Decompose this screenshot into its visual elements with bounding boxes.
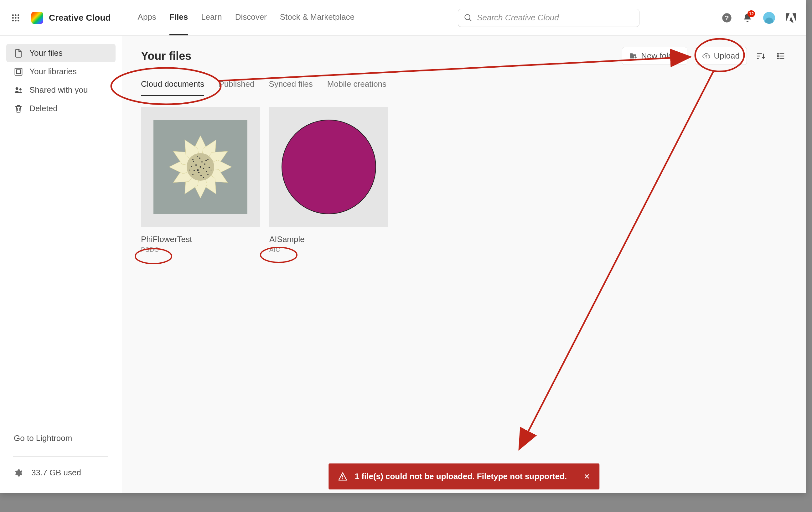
storage-used-text: 33.7 GB used — [31, 468, 81, 478]
app-switcher-icon[interactable] — [9, 11, 22, 24]
sidebar-item-your-files[interactable]: Your files — [6, 44, 116, 62]
svg-point-55 — [342, 478, 343, 479]
sidebar-item-deleted[interactable]: Deleted — [0, 99, 122, 118]
tab-synced-files[interactable]: Synced files — [269, 79, 313, 96]
svg-point-31 — [203, 168, 204, 169]
page-header: Your files New folder Upload — [141, 47, 787, 65]
svg-point-51 — [203, 177, 204, 178]
search-bar[interactable] — [458, 9, 639, 27]
notification-count-badge: 12 — [748, 10, 755, 17]
sidebar: Your files Your libraries Shared with yo… — [0, 36, 122, 493]
svg-point-0 — [12, 14, 14, 16]
file-type: PSDC — [141, 246, 260, 253]
svg-point-49 — [210, 169, 211, 170]
new-folder-label: New folder — [641, 51, 680, 61]
tab-cloud-documents[interactable]: Cloud documents — [141, 79, 204, 96]
new-folder-icon — [629, 52, 637, 60]
file-name: PhiFlowerTest — [141, 234, 260, 244]
svg-rect-27 — [779, 55, 784, 56]
error-toast-close[interactable]: ✕ — [584, 472, 590, 481]
creative-cloud-logo-icon[interactable] — [31, 12, 43, 24]
libraries-icon — [14, 67, 23, 77]
sidebar-item-your-libraries[interactable]: Your libraries — [0, 62, 122, 81]
tab-mobile-creations[interactable]: Mobile creations — [327, 79, 386, 96]
sidebar-item-shared[interactable]: Shared with you — [0, 81, 122, 99]
svg-point-30 — [200, 166, 201, 168]
svg-point-8 — [18, 20, 19, 21]
svg-rect-25 — [777, 58, 779, 59]
svg-text:?: ? — [725, 15, 729, 22]
search-input[interactable] — [477, 13, 634, 23]
file-icon — [14, 49, 23, 58]
svg-point-1 — [15, 14, 16, 16]
tab-published[interactable]: Published — [219, 79, 254, 96]
app-header: Creative Cloud Apps Files Learn Discover… — [0, 0, 806, 36]
gear-icon[interactable] — [13, 468, 23, 478]
page-toolbar: New folder Upload — [622, 47, 787, 65]
svg-point-6 — [12, 20, 14, 21]
sidebar-item-label: Shared with you — [29, 85, 88, 95]
top-nav-apps[interactable]: Apps — [138, 0, 156, 35]
trash-icon — [14, 104, 23, 113]
brand-name: Creative Cloud — [49, 13, 111, 23]
svg-point-48 — [192, 159, 194, 160]
svg-point-52 — [197, 155, 198, 157]
top-nav-files[interactable]: Files — [169, 0, 188, 35]
svg-point-32 — [197, 169, 199, 171]
file-card[interactable]: AISample AIC — [269, 107, 388, 253]
error-toast-message: 1 file(s) could not be uploaded. Filetyp… — [355, 472, 567, 481]
svg-rect-26 — [779, 53, 784, 54]
search-icon — [464, 13, 472, 22]
shared-icon — [14, 85, 23, 95]
top-nav-learn[interactable]: Learn — [201, 0, 222, 35]
error-toast: 1 file(s) could not be uploaded. Filetyp… — [328, 463, 599, 489]
svg-point-42 — [191, 166, 192, 167]
file-name: AISample — [269, 234, 388, 244]
file-type: AIC — [269, 246, 388, 253]
file-thumbnail — [141, 107, 260, 227]
svg-point-46 — [192, 174, 194, 175]
sidebar-item-label: Your libraries — [29, 67, 77, 77]
list-view-icon — [776, 51, 785, 61]
file-card[interactable]: PhiFlowerTest PSDC — [141, 107, 260, 253]
file-tabs: Cloud documents Published Synced files M… — [141, 79, 787, 96]
top-nav-discover[interactable]: Discover — [235, 0, 267, 35]
storage-indicator: 33.7 GB used — [13, 456, 108, 478]
upload-button[interactable]: Upload — [695, 47, 747, 65]
go-to-lightroom-link[interactable]: Go to Lightroom — [14, 433, 108, 443]
svg-point-4 — [15, 17, 16, 19]
svg-point-15 — [16, 87, 19, 90]
svg-point-2 — [18, 14, 19, 16]
help-icon[interactable]: ? — [722, 13, 732, 23]
svg-point-36 — [198, 172, 200, 173]
sort-button[interactable] — [754, 50, 767, 62]
sort-icon — [756, 51, 765, 61]
new-folder-button[interactable]: New folder — [622, 47, 687, 65]
warning-icon — [338, 472, 347, 481]
upload-cloud-icon — [702, 52, 710, 60]
files-grid: PhiFlowerTest PSDC AISample AIC — [141, 107, 787, 253]
sidebar-footer: Go to Lightroom 33.7 GB used — [0, 424, 122, 493]
file-thumbnail — [269, 107, 388, 227]
user-avatar[interactable] — [763, 12, 775, 24]
svg-point-9 — [465, 15, 470, 20]
notifications-button[interactable]: 12 — [743, 13, 753, 23]
top-nav-stock[interactable]: Stock & Marketplace — [280, 0, 354, 35]
svg-point-47 — [207, 159, 208, 160]
svg-rect-14 — [17, 69, 21, 74]
view-toggle-button[interactable] — [775, 50, 787, 62]
svg-point-40 — [193, 161, 194, 162]
upload-label: Upload — [714, 51, 740, 61]
sidebar-item-label: Deleted — [29, 104, 58, 113]
adobe-logo-icon[interactable] — [786, 13, 796, 23]
svg-rect-24 — [777, 55, 779, 57]
svg-point-5 — [18, 17, 19, 19]
sidebar-item-label: Your files — [29, 48, 63, 58]
svg-rect-28 — [779, 58, 784, 59]
svg-point-38 — [194, 170, 195, 171]
svg-point-53 — [282, 120, 376, 214]
svg-point-3 — [12, 17, 14, 19]
svg-point-45 — [207, 174, 208, 175]
svg-rect-23 — [777, 53, 779, 55]
top-nav: Apps Files Learn Discover Stock & Market… — [138, 0, 355, 35]
